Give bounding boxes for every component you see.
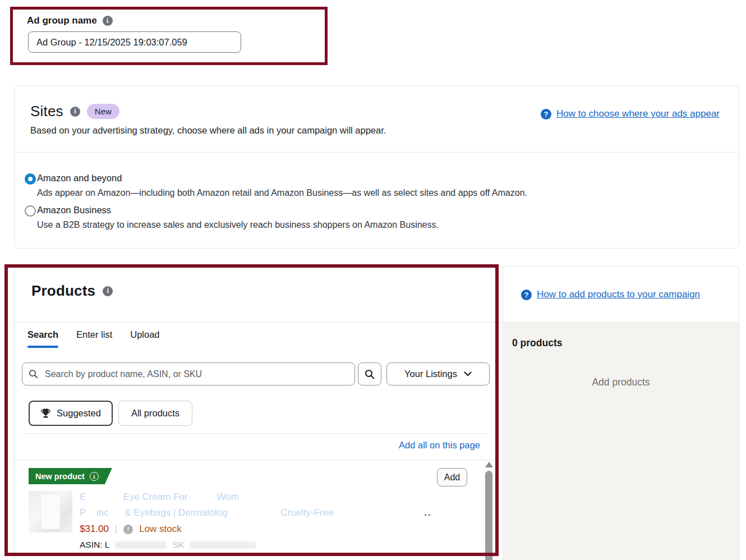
products-help-row: ? How to add products to your campaign	[521, 289, 700, 300]
product-image	[29, 491, 72, 533]
products-header: Products i	[31, 282, 113, 300]
tab-search[interactable]: Search	[27, 329, 58, 348]
filter-suggested-label: Suggested	[57, 408, 101, 419]
info-icon[interactable]: i	[90, 472, 99, 481]
product-title-line1[interactable]: E Eye Cream For Wom	[80, 492, 239, 503]
ad-group-name-label: Ad group name	[27, 15, 97, 26]
new-badge: New	[87, 104, 119, 119]
radio-amazon-business[interactable]	[25, 205, 36, 217]
info-icon[interactable]: i	[70, 107, 80, 117]
sites-header: Sites i New	[30, 103, 119, 120]
product-title-ellipsis[interactable]: ..	[424, 507, 431, 518]
ad-group-name-input[interactable]	[28, 31, 241, 53]
tab-upload[interactable]: Upload	[130, 329, 159, 348]
products-tabs: Search Enter list Upload	[27, 329, 160, 348]
your-listings-dropdown[interactable]: Your Listings	[386, 362, 490, 385]
sites-description: Based on your advertising strategy, choo…	[30, 125, 386, 136]
ad-group-name-label-row: Ad group name i	[27, 15, 113, 26]
sites-help-link[interactable]: How to choose where your ads appear	[556, 108, 720, 120]
product-count: 0 products	[512, 337, 562, 349]
your-listings-label: Your Listings	[404, 369, 457, 379]
scrollbar-thumb[interactable]	[485, 471, 492, 560]
product-asin-row: ASIN: L SK	[80, 540, 256, 550]
add-product-button[interactable]: Add	[437, 468, 467, 486]
filter-all-products-button[interactable]: All products	[118, 401, 192, 426]
product-search-input[interactable]	[22, 362, 355, 385]
add-all-on-page-link[interactable]: Add all on this page	[399, 440, 480, 451]
divider	[15, 322, 503, 323]
option-amazon-business-label[interactable]: Amazon Business	[37, 205, 111, 215]
redacted-sku-value	[190, 541, 256, 549]
info-icon[interactable]: i	[103, 16, 113, 26]
option-amazon-and-beyond-label[interactable]: Amazon and beyond	[37, 173, 122, 183]
products-help-link[interactable]: How to add products to your campaign	[537, 289, 700, 300]
tab-enter-list[interactable]: Enter list	[76, 329, 112, 348]
selected-products-area: 0 products Add products	[503, 323, 739, 560]
divider	[22, 433, 490, 434]
low-stock-icon: !	[123, 525, 133, 534]
product-sku: SK	[172, 540, 184, 550]
product-asin: ASIN: L	[80, 540, 109, 550]
option-amazon-and-beyond-description: Ads appear on Amazon—including both Amaz…	[37, 188, 527, 198]
product-title-line2[interactable]: P inc & Eyebags | Dermatolog Cruelty-Fre…	[80, 507, 334, 518]
sites-card: Sites i New ? How to choose where your a…	[14, 85, 739, 249]
sites-title: Sites	[30, 103, 63, 120]
divider	[15, 152, 739, 153]
chevron-down-icon	[464, 371, 472, 377]
low-stock-label: Low stock	[139, 524, 182, 535]
products-summary-panel: ? How to add products to your campaign 0…	[503, 267, 739, 560]
question-icon: ?	[521, 290, 532, 300]
filter-suggested-button[interactable]: Suggested	[29, 401, 113, 426]
separator: |	[115, 524, 117, 534]
question-icon: ?	[541, 109, 551, 120]
campaign-creation-page: Ad group name i Sites i New ? How to cho…	[0, 0, 746, 560]
divider	[15, 460, 495, 460]
sites-help-row: ? How to choose where your ads appear	[541, 108, 720, 120]
scrollbar[interactable]	[485, 461, 493, 560]
products-left-panel: Products i Search Enter list Upload Your…	[15, 267, 503, 560]
filter-all-products-label: All products	[131, 408, 179, 419]
new-product-badge-label: New product	[35, 472, 85, 481]
trophy-icon	[40, 408, 51, 419]
search-button[interactable]	[358, 362, 381, 385]
scrollbar-up-arrow-icon[interactable]	[485, 462, 493, 467]
option-amazon-business-description: Use a B2B strategy to increase sales and…	[37, 220, 439, 230]
product-price: $31.00	[80, 524, 109, 535]
new-product-badge: New product i	[29, 468, 112, 484]
info-icon[interactable]: i	[103, 286, 113, 296]
product-price-row: $31.00 | ! Low stock	[80, 524, 182, 535]
products-card: Products i Search Enter list Upload Your…	[14, 266, 739, 560]
redacted-asin-value	[115, 541, 167, 549]
search-icon	[365, 369, 375, 379]
empty-state-text: Add products	[503, 377, 739, 388]
radio-amazon-and-beyond[interactable]	[25, 173, 36, 185]
products-title: Products	[31, 282, 95, 300]
